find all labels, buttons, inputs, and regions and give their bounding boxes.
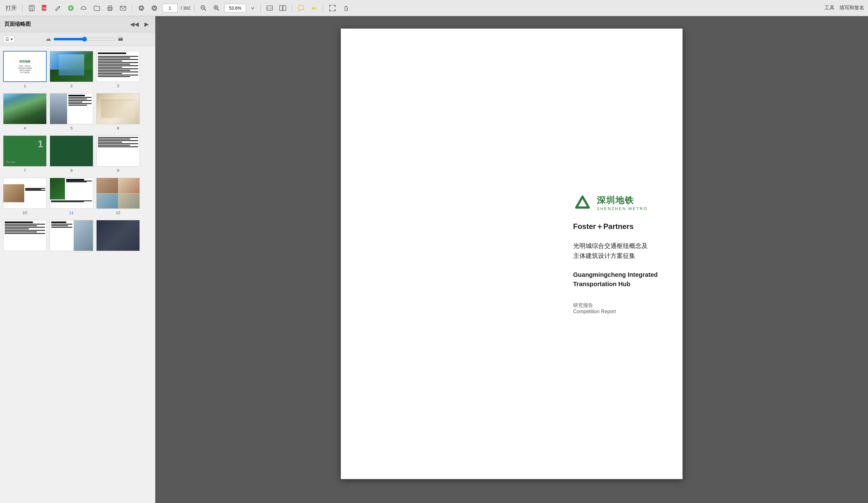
thumbnail-image-9 xyxy=(96,135,140,166)
thumbnail-5[interactable]: 5 xyxy=(50,93,93,131)
thumbnail-1[interactable]: 深圳地铁 Foster + Partners光明城综合交通枢纽概念及主体建筑设计… xyxy=(3,51,46,88)
zoom-slider-container: ⛰ 🏔 xyxy=(18,37,152,42)
subtitle-cn: 研究报告 xyxy=(573,302,616,309)
print-button[interactable] xyxy=(105,3,115,13)
project-title-cn-2: 主体建筑设计方案征集 xyxy=(573,251,648,261)
thumbnail-image-14 xyxy=(50,220,93,251)
subtitle-section: 研究报告 Competition Report xyxy=(573,300,616,315)
tools-link[interactable]: 工具 xyxy=(825,5,835,11)
separator-2 xyxy=(132,4,132,12)
thumbnail-num-11: 11 xyxy=(69,211,74,215)
toolbar: 打开 PDF 1 / 302 xyxy=(0,0,868,16)
toolbar-right: 工具 填写和签名 xyxy=(825,5,864,11)
thumbnail-num-1: 1 xyxy=(24,84,26,88)
thumbnail-image-13 xyxy=(3,220,46,251)
sidebar-header-buttons: ◀◀ ▶ xyxy=(128,20,151,28)
svg-point-13 xyxy=(138,5,144,11)
thumbnail-num-3: 3 xyxy=(117,84,119,88)
thumbnail-num-10: 10 xyxy=(23,211,27,215)
project-title-en-1: Guangmingcheng Integrated xyxy=(573,270,658,279)
svg-rect-24 xyxy=(280,6,282,11)
thumbnail-2[interactable]: 2 xyxy=(50,51,93,88)
pdf-button[interactable]: PDF xyxy=(40,3,50,13)
pdf-logo-section: 深圳地铁 SHENZHEN METRO Foster＋Partners 光明城综… xyxy=(573,194,658,315)
separator-3 xyxy=(194,4,195,12)
metro-logo-text: 深圳地铁 SHENZHEN METRO xyxy=(597,195,648,211)
thumbnail-num-4: 4 xyxy=(24,126,26,131)
page-number-input[interactable]: 1 xyxy=(162,4,178,12)
thumbnail-size-slider[interactable] xyxy=(53,37,116,42)
thumbnail-image-11 xyxy=(50,178,93,209)
save-button[interactable] xyxy=(27,3,37,13)
thumbnail-4[interactable]: 4 xyxy=(3,93,46,131)
hand-tool-button[interactable] xyxy=(340,3,351,13)
edit-button[interactable] xyxy=(52,3,63,13)
sidebar-title: 页面缩略图 xyxy=(4,21,31,28)
separator-4 xyxy=(260,4,261,12)
thumbnail-10[interactable]: 10 xyxy=(3,178,46,215)
thumbnail-num-12: 12 xyxy=(116,211,120,215)
prev-page-button[interactable] xyxy=(136,3,147,13)
separator-6 xyxy=(323,4,323,12)
zoom-in-button[interactable] xyxy=(211,3,222,13)
email-button[interactable] xyxy=(118,3,128,13)
thumbnail-image-4 xyxy=(3,93,46,124)
next-page-button[interactable] xyxy=(149,3,160,13)
fit-width-button[interactable] xyxy=(265,3,275,13)
sidebar-header: 页面缩略图 ◀◀ ▶ xyxy=(0,16,155,32)
sidebar-collapse-button[interactable]: ◀◀ xyxy=(128,20,141,28)
separator-1 xyxy=(22,4,23,12)
thumbnail-3[interactable]: 3 xyxy=(96,51,140,88)
thumbnail-13[interactable]: 13 xyxy=(3,220,46,257)
thumbnail-num-5: 5 xyxy=(70,126,72,131)
svg-point-14 xyxy=(152,5,157,11)
cloud-button[interactable] xyxy=(79,3,89,13)
main-area: 页面缩略图 ◀◀ ▶ ☰ ▾ ⛰ 🏔 深圳地铁 xyxy=(0,16,868,503)
sidebar-controls: ☰ ▾ ⛰ 🏔 xyxy=(0,32,155,46)
metro-name-cn: 深圳地铁 xyxy=(597,195,648,206)
thumbnail-11[interactable]: 11 xyxy=(50,178,93,215)
svg-rect-1 xyxy=(30,5,33,8)
svg-rect-25 xyxy=(283,6,286,11)
thumbnail-8[interactable]: 8 xyxy=(50,135,93,173)
thumbnail-image-6 xyxy=(96,93,140,124)
add-button[interactable] xyxy=(65,3,76,13)
mountain-small-icon: ⛰ xyxy=(46,37,51,42)
pdf-viewer: 深圳地铁 SHENZHEN METRO Foster＋Partners 光明城综… xyxy=(155,16,868,503)
thumbnail-row-2: 4 xyxy=(3,93,152,131)
thumbnail-image-10 xyxy=(3,178,46,209)
thumbnail-image-12 xyxy=(96,178,140,209)
sidebar-options-button[interactable]: ☰ ▾ xyxy=(3,35,15,43)
thumbnail-row-3: 1 The Team 7 8 xyxy=(3,135,152,173)
svg-text:PDF: PDF xyxy=(43,7,47,9)
fill-sign-link[interactable]: 填写和签名 xyxy=(839,5,864,11)
zoom-input[interactable]: 53.6% xyxy=(224,4,246,12)
folder-button[interactable] xyxy=(92,3,102,13)
svg-line-21 xyxy=(217,9,219,11)
thumbnail-15[interactable]: 15 xyxy=(96,220,140,257)
zoom-out-button[interactable] xyxy=(198,3,209,13)
svg-rect-2 xyxy=(31,9,33,11)
pdf-page: 深圳地铁 SHENZHEN METRO Foster＋Partners 光明城综… xyxy=(341,29,683,479)
thumbnails-area[interactable]: 深圳地铁 Foster + Partners光明城综合交通枢纽概念及主体建筑设计… xyxy=(0,46,155,503)
sidebar-expand-button[interactable]: ▶ xyxy=(143,20,151,28)
thumbnail-9[interactable]: 9 xyxy=(96,135,140,173)
zoom-dropdown-button[interactable] xyxy=(249,5,257,11)
thumbnail-6[interactable]: 6 xyxy=(96,93,140,131)
highlight-button[interactable]: T xyxy=(309,3,319,13)
sidebar: 页面缩略图 ◀◀ ▶ ☰ ▾ ⛰ 🏔 深圳地铁 xyxy=(0,16,155,503)
thumbnail-num-8: 8 xyxy=(70,168,72,173)
comment-button[interactable] xyxy=(296,3,306,13)
thumbnail-12[interactable]: 12 xyxy=(96,178,140,215)
thumbnail-num-7: 7 xyxy=(24,168,26,173)
thumbnail-num-6: 6 xyxy=(117,126,119,131)
thumbnail-row-4: 10 xyxy=(3,178,152,215)
foster-partners-label: Foster＋Partners xyxy=(573,222,634,232)
page-total: / 302 xyxy=(181,6,190,11)
fullscreen-button[interactable] xyxy=(327,3,338,13)
open-button[interactable]: 打开 xyxy=(4,3,19,13)
two-page-button[interactable] xyxy=(277,3,288,13)
thumbnail-7[interactable]: 1 The Team 7 xyxy=(3,135,46,173)
thumbnail-14[interactable]: 14 xyxy=(50,220,93,257)
svg-rect-11 xyxy=(108,9,112,11)
